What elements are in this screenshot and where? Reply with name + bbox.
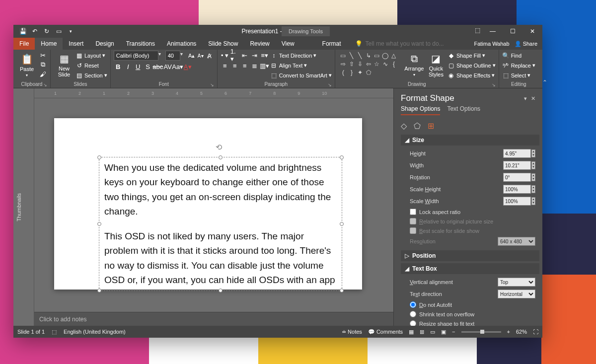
slide[interactable]: ⟲ When you use the dedicated volume and … xyxy=(54,118,362,290)
tab-insert[interactable]: Insert xyxy=(63,38,89,50)
change-case-icon[interactable]: Aa▾ xyxy=(173,62,182,71)
resize-handle[interactable] xyxy=(97,155,101,159)
resize-handle[interactable] xyxy=(97,222,101,226)
text-direction-button[interactable]: ↕Text Direction ▾ xyxy=(270,51,332,60)
slide-canvas[interactable]: ⟲ When you use the dedicated volume and … xyxy=(34,98,393,312)
paste-button[interactable]: 📋Paste▾ xyxy=(16,51,37,79)
scale-height-input[interactable] xyxy=(503,185,531,194)
shape-outline-button[interactable]: ▢Shape Outline ▾ xyxy=(447,61,496,70)
spinner-icon[interactable]: ▲▼ xyxy=(531,197,535,205)
lock-aspect-checkbox[interactable] xyxy=(410,209,416,215)
clear-formatting-icon[interactable]: A̷ xyxy=(205,51,214,60)
slide-indicator[interactable]: Slide 1 of 1 xyxy=(17,329,45,335)
justify-icon[interactable]: ≣ xyxy=(250,61,259,70)
zoom-in-icon[interactable]: + xyxy=(507,329,510,335)
char-spacing-icon[interactable]: AV xyxy=(163,62,172,71)
decrease-font-icon[interactable]: A▾ xyxy=(196,51,205,60)
font-color-icon[interactable]: A▾ xyxy=(183,62,192,71)
minimize-icon[interactable]: — xyxy=(483,25,503,38)
tab-animations[interactable]: Animations xyxy=(161,38,202,50)
shrink-text-radio[interactable] xyxy=(410,311,416,317)
italic-icon[interactable]: I xyxy=(124,62,133,71)
text-box[interactable]: ⟲ When you use the dedicated volume and … xyxy=(99,157,342,291)
layout-button[interactable]: ▦Layout ▾ xyxy=(75,51,107,60)
do-not-autofit-radio[interactable] xyxy=(410,301,416,308)
align-left-icon[interactable]: ≡ xyxy=(221,61,229,70)
chevron-down-icon[interactable]: ▾ xyxy=(180,51,187,60)
smartart-button[interactable]: ⬚Convert to SmartArt ▾ xyxy=(270,71,332,80)
tell-me-input[interactable] xyxy=(366,40,465,47)
notes-pane[interactable]: Click to add notes xyxy=(34,312,393,326)
line-spacing-icon[interactable]: ≡▾ xyxy=(260,51,269,60)
spinner-icon[interactable]: ▲▼ xyxy=(531,161,535,169)
width-input[interactable] xyxy=(503,161,531,170)
tab-file[interactable]: File xyxy=(13,38,35,50)
underline-icon[interactable]: U xyxy=(134,62,143,71)
bold-icon[interactable]: B xyxy=(114,62,123,71)
spellcheck-icon[interactable]: ⬚ xyxy=(52,329,57,335)
language-indicator[interactable]: English (United Kingdom) xyxy=(64,329,126,335)
tab-home[interactable]: Home xyxy=(35,38,63,50)
section-button[interactable]: ▤Section ▾ xyxy=(75,71,107,80)
share-button[interactable]: 👤 Share xyxy=(515,41,537,47)
tab-view[interactable]: View xyxy=(276,38,300,50)
slide-text-content[interactable]: When you use the dedicated volume and br… xyxy=(104,160,337,288)
align-text-button[interactable]: ⊟Align Text ▾ xyxy=(270,61,332,70)
textdir-select[interactable]: Horizontal xyxy=(498,290,535,298)
align-right-icon[interactable]: ≡ xyxy=(240,61,249,70)
shape-effects-button[interactable]: ◉Shape Effects ▾ xyxy=(447,71,496,80)
increase-indent-icon[interactable]: ⇥ xyxy=(250,51,259,60)
format-painter-icon[interactable]: 🖌 xyxy=(38,70,47,78)
qat-customize-icon[interactable]: ▾ xyxy=(66,27,75,36)
tab-transitions[interactable]: Transitions xyxy=(120,38,161,50)
save-icon[interactable]: 💾 xyxy=(18,27,27,36)
dialog-launcher-icon[interactable]: ↘ xyxy=(328,82,332,87)
zoom-out-icon[interactable]: − xyxy=(452,329,455,335)
redo-icon[interactable]: ↻ xyxy=(42,27,51,36)
slideshow-view-icon[interactable]: ▣ xyxy=(441,329,446,335)
select-button[interactable]: ⬚Select ▾ xyxy=(502,71,535,80)
zoom-level[interactable]: 62% xyxy=(516,329,527,335)
start-from-beginning-icon[interactable]: ▭ xyxy=(54,27,63,36)
sorter-view-icon[interactable]: ⊞ xyxy=(420,329,424,335)
decrease-indent-icon[interactable]: ⇤ xyxy=(240,51,249,60)
shape-fill-button[interactable]: ◆Shape Fill ▾ xyxy=(447,51,496,60)
shapes-gallery[interactable]: ▭╲╲↳▭◯ △⇨⇧⇩⇦☆ ∿{(}✦⬠ xyxy=(338,51,403,77)
rotate-handle-icon[interactable]: ⟲ xyxy=(216,143,225,152)
chevron-down-icon[interactable]: ▾ xyxy=(158,51,165,60)
dialog-launcher-icon[interactable]: ↘ xyxy=(210,82,214,87)
tab-design[interactable]: Design xyxy=(89,38,120,50)
resize-shape-radio[interactable] xyxy=(410,320,416,326)
size-section-header[interactable]: ◢ Size xyxy=(401,135,539,146)
quick-styles-button[interactable]: ◪Quick Styles xyxy=(426,51,447,79)
notes-button[interactable]: ≐ Notes xyxy=(342,329,362,335)
comments-button[interactable]: 💬 Comments xyxy=(368,329,403,335)
close-icon[interactable]: ✕ xyxy=(522,25,542,38)
valign-select[interactable]: Top xyxy=(498,278,535,287)
font-size-input[interactable] xyxy=(165,51,180,61)
undo-icon[interactable]: ↶ xyxy=(30,27,39,36)
bullets-icon[interactable]: • ▾ xyxy=(221,51,229,60)
textbox-section-header[interactable]: ◢ Text Box xyxy=(401,263,539,274)
font-name-input[interactable] xyxy=(114,51,158,61)
shape-options-tab[interactable]: Shape Options xyxy=(401,105,440,115)
spinner-icon[interactable]: ▲▼ xyxy=(531,185,535,193)
rotation-input[interactable] xyxy=(503,173,531,182)
collapse-ribbon-icon[interactable]: ⌃ xyxy=(542,79,547,86)
position-section-header[interactable]: ▷ Position xyxy=(401,250,539,261)
resize-handle[interactable] xyxy=(97,289,101,292)
thumbnails-pane[interactable]: Thumbnails xyxy=(13,88,24,326)
increase-font-icon[interactable]: A▴ xyxy=(187,51,196,60)
reading-view-icon[interactable]: ▭ xyxy=(430,329,435,335)
scale-width-input[interactable] xyxy=(503,197,531,206)
fill-line-icon[interactable]: ◇ xyxy=(401,121,407,131)
effects-icon[interactable]: ⬠ xyxy=(414,121,421,131)
spinner-icon[interactable]: ▲▼ xyxy=(531,173,535,181)
copy-icon[interactable]: ⧉ xyxy=(38,60,47,69)
dialog-launcher-icon[interactable]: ↘ xyxy=(43,82,47,87)
text-options-tab[interactable]: Text Options xyxy=(447,105,480,115)
shadow-icon[interactable]: S xyxy=(144,62,152,71)
resize-handle[interactable] xyxy=(219,155,223,159)
cut-icon[interactable]: ✂ xyxy=(38,51,47,60)
strikethrough-icon[interactable]: abc xyxy=(153,62,162,71)
